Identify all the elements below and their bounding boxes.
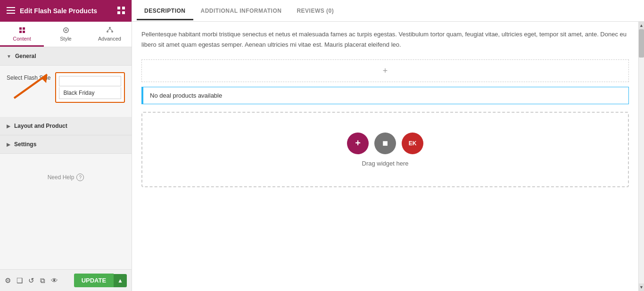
svg-line-16 <box>107 29 110 31</box>
tab-additional-information[interactable]: ADDITIONAL INFORMATION <box>193 1 289 20</box>
content-body: Pellentesque habitant morbi tristique se… <box>132 22 638 291</box>
svg-rect-5 <box>117 11 120 14</box>
select-flash-sale-label: Select Flash Sale <box>7 72 50 81</box>
tab-content-label: Content <box>13 36 31 42</box>
help-icon[interactable]: ? <box>76 174 84 181</box>
grid-icon[interactable] <box>117 7 125 16</box>
svg-rect-0 <box>7 7 15 8</box>
tab-advanced-label: Advanced <box>98 36 121 42</box>
svg-point-15 <box>111 31 113 33</box>
section-settings-label: Settings <box>14 141 36 148</box>
need-help-label: Need Help <box>48 174 74 181</box>
no-deal-bar: No deal products available <box>141 87 629 104</box>
update-button[interactable]: UPDATE <box>74 274 114 287</box>
sidebar-header: Edit Flash Sale Products <box>0 0 132 22</box>
svg-line-17 <box>110 29 112 31</box>
right-scrollbar[interactable]: ▲ ▼ <box>638 22 644 291</box>
svg-rect-7 <box>19 27 22 30</box>
toolbar-left: ⚙ ❑ ↺ ⧉ 👁 <box>5 276 58 285</box>
main-area: DESCRIPTION ADDITIONAL INFORMATION REVIE… <box>132 0 644 291</box>
sidebar-tabs: Content Style Advanced <box>0 22 132 47</box>
widget-stop-button[interactable]: ■ <box>374 133 396 154</box>
preview-icon[interactable]: 👁 <box>51 276 58 284</box>
svg-rect-1 <box>7 10 15 11</box>
add-icon: + <box>355 138 361 149</box>
drag-widget-label: Drag widget here <box>362 160 409 167</box>
advanced-icon <box>106 26 114 34</box>
svg-rect-3 <box>117 7 120 9</box>
add-section-button[interactable]: + <box>141 59 629 82</box>
edit-icon: EK <box>409 140 417 147</box>
style-icon <box>62 26 70 34</box>
tab-style[interactable]: Style <box>44 22 88 47</box>
flash-sale-select[interactable]: Black Friday <box>59 76 121 86</box>
tabs-bar: DESCRIPTION ADDITIONAL INFORMATION REVIE… <box>132 0 644 22</box>
svg-point-13 <box>109 27 111 29</box>
section-settings-header[interactable]: ▶ Settings <box>0 135 132 154</box>
select-flash-sale-row: Select Flash Sale Black Friday Black Fri… <box>7 72 125 103</box>
section-general-label: General <box>15 53 36 59</box>
duplicate-icon[interactable]: ⧉ <box>40 276 45 285</box>
svg-point-14 <box>107 31 108 33</box>
tab-style-label: Style <box>60 36 71 42</box>
update-arrow-button[interactable]: ▲ <box>114 274 127 287</box>
description-paragraph: Pellentesque habitant morbi tristique se… <box>141 29 629 50</box>
toolbar-right: UPDATE ▲ <box>74 274 127 287</box>
chevron-right-icon: ▶ <box>7 124 10 129</box>
scroll-thumb[interactable] <box>639 29 644 58</box>
need-help-row: Need Help ? <box>7 174 125 181</box>
plus-icon: + <box>383 66 388 76</box>
drag-widget-area[interactable]: + ■ EK Drag widget here <box>141 112 629 187</box>
scroll-up-arrow[interactable]: ▲ <box>639 22 644 29</box>
sidebar: Edit Flash Sale Products Content <box>0 0 132 291</box>
flash-sale-select-row: Black Friday <box>59 76 121 86</box>
general-section-body: Select Flash Sale Black Friday Black Fri… <box>0 66 132 112</box>
scroll-down-arrow[interactable]: ▼ <box>639 283 644 291</box>
drag-widget-icons: + ■ EK <box>347 133 423 154</box>
sidebar-header-left: Edit Flash Sale Products <box>7 7 97 15</box>
svg-rect-9 <box>19 31 22 33</box>
scroll-track <box>639 29 644 283</box>
widget-edit-button[interactable]: EK <box>402 133 423 154</box>
tab-advanced[interactable]: Advanced <box>88 22 132 47</box>
tab-description[interactable]: DESCRIPTION <box>137 1 193 20</box>
layers-icon[interactable]: ❑ <box>17 276 23 285</box>
sidebar-title: Edit Flash Sale Products <box>20 7 97 15</box>
svg-rect-8 <box>23 27 25 30</box>
dropdown-item-black-friday[interactable]: Black Friday <box>59 87 121 99</box>
main-content: Pellentesque habitant morbi tristique se… <box>132 22 644 291</box>
hamburger-icon[interactable] <box>7 7 15 15</box>
content-icon <box>18 26 26 34</box>
settings-icon[interactable]: ⚙ <box>5 276 11 285</box>
section-layout-label: Layout and Product <box>14 123 67 129</box>
svg-rect-10 <box>23 31 25 33</box>
chevron-down-icon: ▼ <box>7 54 11 59</box>
sidebar-footer: Need Help ? <box>0 168 132 187</box>
tab-reviews[interactable]: REVIEWS (0) <box>289 1 341 20</box>
undo-icon[interactable]: ↺ <box>28 276 34 285</box>
svg-rect-2 <box>7 13 15 14</box>
widget-add-button[interactable]: + <box>347 133 369 154</box>
sidebar-toolbar: ⚙ ❑ ↺ ⧉ 👁 UPDATE ▲ <box>0 269 132 291</box>
svg-rect-4 <box>122 7 125 9</box>
svg-rect-6 <box>122 11 125 14</box>
section-layout-header[interactable]: ▶ Layout and Product <box>0 117 132 135</box>
sidebar-content: ▼ General Select Flash Sale Black Friday… <box>0 47 132 269</box>
flash-sale-box: Black Friday Black Friday <box>55 72 125 103</box>
no-deal-message: No deal products available <box>150 92 222 99</box>
svg-point-12 <box>65 29 67 31</box>
stop-icon: ■ <box>382 138 388 149</box>
chevron-right-icon-settings: ▶ <box>7 142 10 147</box>
section-general-header[interactable]: ▼ General <box>0 47 132 66</box>
tab-content[interactable]: Content <box>0 22 44 47</box>
